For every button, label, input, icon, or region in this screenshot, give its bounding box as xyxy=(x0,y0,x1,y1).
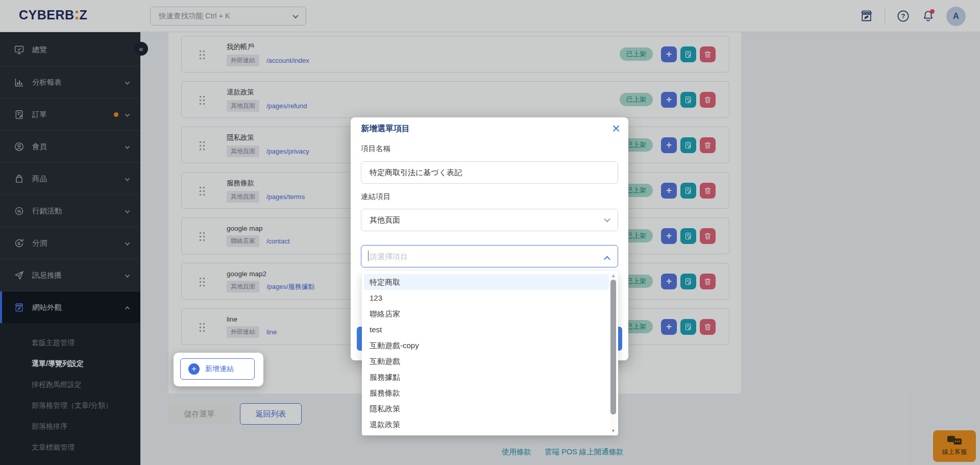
add-link-label: 新增連結 xyxy=(205,364,234,374)
close-icon[interactable]: × xyxy=(612,118,620,138)
dropdown-option[interactable]: 聯絡店家 xyxy=(364,306,609,322)
link-type-label: 連結項目 xyxy=(361,192,390,202)
page-picker-dropdown: 特定商取123聯絡店家test互動遊戲-copy互動遊戲服務據點服務條款隱私政策… xyxy=(362,271,618,435)
modal-title: 新增選單項目 xyxy=(361,124,410,134)
scrollbar-thumb[interactable] xyxy=(610,280,616,414)
scroll-down-icon[interactable]: ▼ xyxy=(610,428,617,433)
text-caret xyxy=(368,251,369,261)
page-picker-input[interactable] xyxy=(361,245,618,267)
dropdown-option[interactable]: test xyxy=(364,322,609,337)
dropdown-option[interactable]: 服務條款 xyxy=(364,385,609,401)
dropdown-option[interactable]: 互動遊戲-copy xyxy=(364,337,609,353)
app-root: CYBERBZ 快速查找功能 Ctrl + K ? A 總覽 分析報表 訂單 xyxy=(0,0,980,465)
dropdown-option[interactable]: 退款政策 xyxy=(364,417,609,432)
dropdown-option[interactable]: 特定商取 xyxy=(364,274,609,290)
add-link-spotlight: + 新增連結 xyxy=(174,353,263,386)
plus-icon: + xyxy=(188,363,200,375)
item-name-label: 項目名稱 xyxy=(361,144,390,154)
scroll-up-icon[interactable]: ▲ xyxy=(610,273,617,278)
dropdown-option[interactable]: 互動遊戲 xyxy=(364,353,609,369)
dropdown-option[interactable]: 123 xyxy=(364,290,609,306)
dropdown-scrollbar[interactable]: ▲ ▼ xyxy=(610,273,617,434)
item-name-field[interactable] xyxy=(361,161,618,184)
dropdown-option[interactable]: 隱私政策 xyxy=(364,401,609,417)
link-type-select[interactable] xyxy=(361,209,618,231)
dropdown-option[interactable]: 服務據點 xyxy=(364,369,609,385)
add-link-button[interactable]: + 新增連結 xyxy=(180,358,255,380)
